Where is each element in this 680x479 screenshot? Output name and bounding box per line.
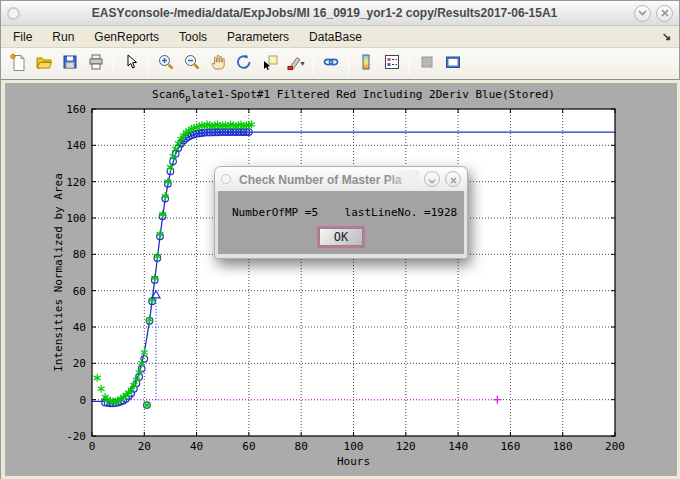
dialog-close-button[interactable] bbox=[445, 171, 461, 187]
app-window: EASYconsole-/media/data/ExpJobs/MI 16_09… bbox=[0, 0, 680, 479]
dialog-title-wrap: Check Number of Master Pla bbox=[239, 170, 419, 188]
colorbar-icon bbox=[357, 53, 375, 75]
rotate-3d-button[interactable] bbox=[231, 51, 257, 77]
dialog-titlebar[interactable]: Check Number of Master Pla bbox=[215, 167, 467, 191]
svg-text:40: 40 bbox=[73, 321, 86, 334]
zoom-out-button[interactable] bbox=[179, 51, 205, 77]
titlebar[interactable]: EASYconsole-/media/data/ExpJobs/MI 16_09… bbox=[1, 1, 679, 26]
toolbar-separator bbox=[348, 53, 349, 75]
data-cursor-icon bbox=[261, 53, 279, 75]
svg-text:140: 140 bbox=[448, 440, 468, 453]
svg-text:80: 80 bbox=[73, 248, 86, 261]
svg-text:160: 160 bbox=[66, 103, 86, 116]
menu-genreports[interactable]: GenReports bbox=[92, 28, 161, 46]
insert-colorbar-button[interactable] bbox=[353, 51, 379, 77]
svg-text:180: 180 bbox=[553, 440, 573, 453]
new-file-button[interactable] bbox=[5, 51, 31, 77]
dialog-body: NumberOfMP =5 lastLineNo. =1928 OK bbox=[218, 191, 464, 254]
pan-button[interactable] bbox=[205, 51, 231, 77]
svg-text:0: 0 bbox=[89, 440, 96, 453]
x-axis-label: Hours bbox=[337, 455, 370, 468]
window-title: EASYconsole-/media/data/ExpJobs/MI 16_09… bbox=[20, 6, 629, 20]
close-icon bbox=[450, 170, 457, 188]
window-menu-icon[interactable] bbox=[7, 7, 20, 20]
brush-dropdown-icon[interactable]: ▾ bbox=[300, 59, 304, 68]
zoom-in-icon bbox=[157, 53, 175, 75]
chart-title: Scan6plate1-Spot#1 Filtered Red Includin… bbox=[152, 88, 555, 103]
menu-overflow-icon[interactable]: ↘ bbox=[662, 30, 671, 43]
zoom-in-button[interactable] bbox=[153, 51, 179, 77]
menu-parameters[interactable]: Parameters bbox=[225, 28, 291, 46]
open-button[interactable] bbox=[31, 51, 57, 77]
check-master-plates-dialog: Check Number of Master Pla NumberOfMP =5… bbox=[214, 166, 468, 259]
svg-text:120: 120 bbox=[396, 440, 416, 453]
y-axis-label: Intensities Normalized by Area bbox=[52, 173, 65, 372]
data-cursor-button[interactable] bbox=[257, 51, 283, 77]
toolbar-separator bbox=[148, 53, 149, 75]
dialog-title-fade bbox=[385, 170, 419, 188]
ok-button[interactable]: OK bbox=[317, 226, 365, 248]
figure-area: 020406080100120140160180200-200204060801… bbox=[1, 80, 680, 479]
ok-button-label: OK bbox=[319, 228, 363, 246]
close-button[interactable] bbox=[656, 5, 673, 22]
svg-text:60: 60 bbox=[242, 440, 255, 453]
menu-tools[interactable]: Tools bbox=[177, 28, 209, 46]
menu-run[interactable]: Run bbox=[50, 28, 76, 46]
save-button[interactable] bbox=[57, 51, 83, 77]
legend-icon bbox=[383, 53, 401, 75]
svg-text:40: 40 bbox=[190, 440, 203, 453]
rotate-icon bbox=[235, 53, 253, 75]
shade-button[interactable] bbox=[634, 5, 651, 22]
svg-text:80: 80 bbox=[295, 440, 308, 453]
dialog-shade-button[interactable] bbox=[424, 171, 440, 187]
dialog-window-menu-icon[interactable] bbox=[221, 174, 231, 184]
svg-text:160: 160 bbox=[500, 440, 520, 453]
dock-figure-icon bbox=[444, 53, 462, 75]
svg-text:200: 200 bbox=[605, 440, 625, 453]
brush-button[interactable]: ▾ bbox=[283, 51, 309, 77]
svg-text:0: 0 bbox=[79, 394, 86, 407]
zoom-out-icon bbox=[183, 53, 201, 75]
svg-text:60: 60 bbox=[73, 285, 86, 298]
hide-plot-tools-icon bbox=[418, 53, 436, 75]
svg-text:20: 20 bbox=[138, 440, 151, 453]
save-icon bbox=[61, 53, 79, 75]
svg-text:100: 100 bbox=[66, 212, 86, 225]
print-icon bbox=[87, 53, 105, 75]
growth-curve-chart[interactable]: 020406080100120140160180200-200204060801… bbox=[5, 83, 677, 476]
print-button[interactable] bbox=[83, 51, 109, 77]
svg-text:-20: -20 bbox=[66, 430, 86, 443]
figure-canvas[interactable]: 020406080100120140160180200-200204060801… bbox=[5, 83, 677, 476]
menu-database[interactable]: DataBase bbox=[307, 28, 364, 46]
chevron-down-icon bbox=[428, 170, 436, 188]
toolbar-separator bbox=[409, 53, 410, 75]
svg-text:100: 100 bbox=[344, 440, 364, 453]
toolbar-separator bbox=[113, 53, 114, 75]
pointer-icon bbox=[122, 53, 140, 75]
link-plots-button[interactable] bbox=[318, 51, 344, 77]
pan-hand-icon bbox=[209, 53, 227, 75]
link-plots-icon bbox=[322, 53, 340, 75]
figure-toolbar: ▾ bbox=[1, 48, 679, 80]
new-file-icon bbox=[9, 53, 27, 75]
svg-text:20: 20 bbox=[73, 357, 86, 370]
menubar: File Run GenReports Tools Parameters Dat… bbox=[1, 26, 679, 48]
menu-file[interactable]: File bbox=[11, 28, 34, 46]
svg-text:120: 120 bbox=[66, 176, 86, 189]
close-icon bbox=[661, 9, 669, 17]
edit-pointer-button[interactable] bbox=[118, 51, 144, 77]
svg-text:140: 140 bbox=[66, 139, 86, 152]
dialog-title: Check Number of Master Pla bbox=[239, 173, 402, 187]
hide-plot-tools-button[interactable] bbox=[414, 51, 440, 77]
dock-figure-button[interactable] bbox=[440, 51, 466, 77]
chevron-down-icon bbox=[638, 10, 647, 16]
open-folder-icon bbox=[35, 53, 53, 75]
toolbar-separator bbox=[313, 53, 314, 75]
dialog-message: NumberOfMP =5 lastLineNo. =1928 bbox=[218, 206, 457, 219]
insert-legend-button[interactable] bbox=[379, 51, 405, 77]
